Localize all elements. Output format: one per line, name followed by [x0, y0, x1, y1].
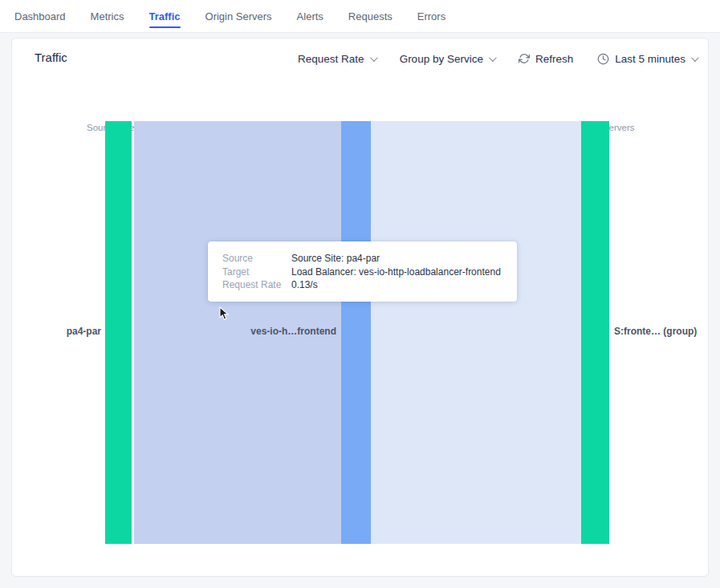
- sankey-node-load-balancer[interactable]: [341, 121, 371, 544]
- chevron-down-icon: [489, 54, 497, 62]
- tab-traffic[interactable]: Traffic: [149, 10, 181, 22]
- sankey-node-source-site[interactable]: [105, 121, 132, 544]
- tooltip-label: Request Rate: [222, 278, 291, 292]
- refresh-button[interactable]: Refresh: [519, 53, 573, 65]
- chevron-down-icon: [691, 54, 699, 62]
- metric-select-value: Request Rate: [298, 53, 364, 65]
- time-range-value: Last 5 minutes: [615, 53, 685, 65]
- tab-metrics[interactable]: Metrics: [91, 10, 124, 22]
- tab-origin-servers[interactable]: Origin Servers: [205, 10, 272, 22]
- tooltip-value: Source Site: pa4-par: [291, 252, 501, 266]
- link-tooltip: Source Source Site: pa4-par Target Load …: [208, 241, 517, 302]
- page-title: Traffic: [35, 51, 67, 64]
- mouse-cursor-icon: [219, 306, 230, 321]
- clock-icon: [597, 53, 609, 65]
- tab-alerts[interactable]: Alerts: [297, 10, 323, 22]
- chevron-down-icon: [370, 54, 378, 62]
- metric-select[interactable]: Request Rate: [298, 53, 376, 65]
- tooltip-row-source: Source Source Site: pa4-par: [222, 252, 501, 266]
- sankey-link-lb-to-origin[interactable]: [371, 121, 581, 544]
- tooltip-value: Load Balancer: ves-io-http-loadbalancer-…: [291, 266, 501, 279]
- node-label-source-site: pa4-par: [28, 326, 101, 337]
- refresh-icon: [519, 53, 530, 64]
- node-label-load-balancer: ves-io-h…frontend: [221, 326, 336, 337]
- refresh-label: Refresh: [535, 53, 573, 65]
- top-nav: Dashboard Metrics Traffic Origin Servers…: [0, 0, 720, 33]
- group-by-select-value: Group by Service: [400, 53, 483, 65]
- tooltip-row-target: Target Load Balancer: ves-io-http-loadba…: [222, 266, 501, 279]
- tooltip-label: Source: [222, 252, 291, 266]
- tooltip-value: 0.13/s: [291, 278, 501, 292]
- toolbar: Request Rate Group by Service Refresh La…: [298, 39, 697, 79]
- time-range-select[interactable]: Last 5 minutes: [597, 53, 697, 65]
- tab-errors[interactable]: Errors: [417, 10, 445, 22]
- tooltip-row-request-rate: Request Rate 0.13/s: [222, 278, 501, 292]
- tab-requests[interactable]: Requests: [348, 10, 393, 22]
- tooltip-label: Target: [222, 266, 291, 279]
- traffic-card: Traffic Request Rate Group by Service Re…: [11, 38, 709, 577]
- tab-dashboard[interactable]: Dashboard: [14, 10, 66, 22]
- group-by-select[interactable]: Group by Service: [400, 53, 494, 65]
- node-label-origin: S:fronte… (group): [614, 326, 697, 337]
- sankey-node-origin[interactable]: [581, 121, 609, 544]
